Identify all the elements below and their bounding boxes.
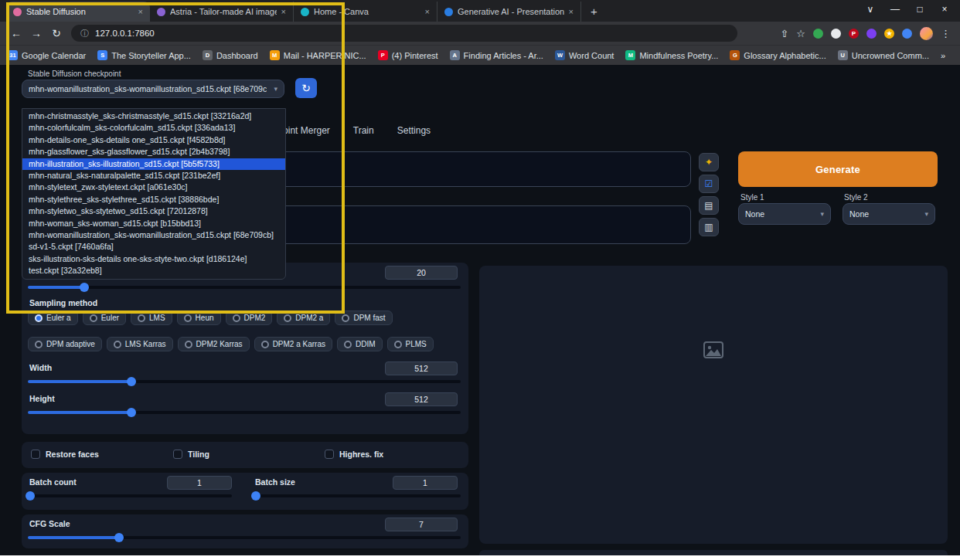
window-maximize-button[interactable]: □ bbox=[907, 0, 932, 20]
window-chevron-icon[interactable]: ∨ bbox=[858, 0, 883, 20]
forward-button[interactable]: → bbox=[26, 27, 46, 39]
kebab-menu-icon[interactable]: ⋮ bbox=[941, 28, 951, 39]
sampling-steps-value[interactable]: 20 bbox=[385, 266, 458, 280]
slider-handle[interactable] bbox=[80, 283, 89, 292]
extension-star-icon[interactable]: ★ bbox=[884, 29, 894, 39]
radio-euler[interactable]: Euler bbox=[83, 311, 126, 325]
restore-faces-checkbox[interactable] bbox=[31, 450, 40, 459]
new-tab-button[interactable]: + bbox=[581, 2, 607, 22]
reload-button[interactable]: ↻ bbox=[46, 27, 66, 39]
checkpoint-option[interactable]: mhn-colorfulcalm_sks-colorfulcalm_sd15.c… bbox=[22, 122, 285, 134]
extension-window-icon[interactable] bbox=[902, 29, 912, 39]
radio-dpm2[interactable]: DPM2 bbox=[226, 311, 273, 325]
paste-button[interactable]: ▥ bbox=[699, 218, 719, 236]
checkpoint-option[interactable]: test.ckpt [32a32eb8] bbox=[22, 265, 285, 277]
checkpoint-option[interactable]: mhn-styletext_zwx-styletext.ckpt [a061e3… bbox=[22, 182, 285, 193]
extension-purple-icon[interactable] bbox=[866, 29, 877, 39]
browser-tab-stable-diffusion[interactable]: Stable Diffusion × bbox=[6, 2, 150, 22]
radio-dpm-fast[interactable]: DPM fast bbox=[335, 311, 392, 325]
radio-dpm2-a-karras[interactable]: DPM2 a Karras bbox=[254, 337, 332, 351]
tab-settings[interactable]: Settings bbox=[397, 125, 431, 136]
checkpoint-option[interactable]: mhn-styletwo_sks-stytetwo_sd15.ckpt [720… bbox=[22, 205, 285, 217]
restore-faces-option[interactable]: Restore faces bbox=[31, 450, 99, 459]
extension-image-icon[interactable] bbox=[831, 29, 841, 39]
bookmarks-overflow-chevron[interactable]: » bbox=[941, 51, 945, 60]
bookmark-finding-articles[interactable]: AFinding Articles - Ar... bbox=[450, 50, 543, 60]
extension-green-icon[interactable] bbox=[813, 29, 823, 39]
checkpoint-option[interactable]: mhn-details-one_sks-details one_sd15.ckp… bbox=[22, 134, 285, 146]
tiling-checkbox[interactable] bbox=[173, 450, 182, 459]
bookmark-star-icon[interactable]: ☆ bbox=[796, 28, 805, 39]
bookmark-storyteller[interactable]: SThe Storyteller App... bbox=[97, 50, 191, 60]
style2-select[interactable]: None ▾ bbox=[843, 203, 935, 225]
bookmark-google-calendar[interactable]: 31Google Calendar bbox=[8, 50, 86, 60]
site-info-icon[interactable]: ⓘ bbox=[80, 28, 89, 39]
bookmark-glossary[interactable]: GGlossary Alphabetic... bbox=[730, 50, 826, 60]
extension-pinterest-icon[interactable]: P bbox=[849, 29, 859, 39]
cfg-scale-slider[interactable] bbox=[28, 536, 461, 539]
radio-ddim[interactable]: DDIM bbox=[337, 337, 383, 351]
tiling-option[interactable]: Tiling bbox=[173, 450, 209, 459]
height-slider[interactable] bbox=[28, 411, 461, 414]
radio-euler-a[interactable]: Euler a bbox=[28, 311, 78, 325]
save-style-button[interactable]: ▤ bbox=[699, 196, 719, 215]
generate-button[interactable]: Generate bbox=[738, 151, 938, 187]
window-close-button[interactable]: × bbox=[932, 0, 957, 20]
address-bar[interactable]: ⓘ 127.0.0.1:7860 bbox=[71, 25, 737, 42]
slider-handle[interactable] bbox=[251, 491, 260, 501]
apply-style-button[interactable]: ☑ bbox=[699, 175, 719, 193]
checkpoint-option[interactable]: sd-v1-5.ckpt [7460a6fa] bbox=[22, 241, 285, 253]
bookmark-mindfulness[interactable]: MMindfulness Poetry... bbox=[625, 50, 718, 60]
checkpoint-option[interactable]: mhn-natural_sks-naturalpalette_sd15.ckpt… bbox=[22, 170, 285, 182]
checkpoint-option[interactable]: mhn-womanillustration_sks-womanillustrat… bbox=[22, 229, 285, 241]
radio-lms-karras[interactable]: LMS Karras bbox=[107, 337, 173, 351]
bookmark-pinterest[interactable]: P(4) Pinterest bbox=[378, 50, 438, 60]
checkpoint-option[interactable]: sks-illustration-sks-details one-sks-sty… bbox=[22, 253, 285, 265]
slider-handle[interactable] bbox=[26, 491, 35, 501]
height-value[interactable]: 512 bbox=[385, 392, 458, 406]
width-slider[interactable] bbox=[28, 380, 461, 383]
tab-close-icon[interactable]: × bbox=[281, 7, 286, 16]
highres-fix-option[interactable]: Highres. fix bbox=[325, 450, 383, 459]
style1-select[interactable]: None ▾ bbox=[738, 203, 831, 225]
browser-tab-canva[interactable]: Home - Canva × bbox=[294, 2, 437, 22]
bookmark-mail[interactable]: MMail - HARPER NIC... bbox=[270, 50, 366, 60]
checkpoint-option[interactable]: mhn-woman_sks-woman_sd15.ckpt [b15bbd13] bbox=[22, 218, 285, 229]
tab-train[interactable]: Train bbox=[353, 125, 374, 136]
batch-count-value[interactable]: 1 bbox=[167, 476, 232, 490]
bookmark-dashboard[interactable]: DDashboard bbox=[203, 50, 258, 60]
refresh-checkpoints-button[interactable]: ↻ bbox=[295, 78, 317, 98]
checkpoint-option[interactable]: mhn-stylethree_sks-stylethree_sd15.ckpt … bbox=[22, 194, 285, 205]
tab-close-icon[interactable]: × bbox=[569, 7, 574, 16]
radio-dpm2-karras[interactable]: DPM2 Karras bbox=[178, 337, 250, 351]
slider-handle[interactable] bbox=[114, 533, 124, 542]
slider-handle[interactable] bbox=[127, 377, 136, 386]
sampling-steps-slider[interactable] bbox=[28, 286, 461, 289]
highres-fix-checkbox[interactable] bbox=[325, 450, 334, 459]
radio-plms[interactable]: PLMS bbox=[387, 337, 434, 351]
browser-tab-generative-ai[interactable]: Generative AI - Presentation × bbox=[437, 2, 581, 22]
radio-dpm-adaptive[interactable]: DPM adaptive bbox=[28, 337, 102, 351]
bookmark-uncrowned[interactable]: UUncrowned Comm... bbox=[838, 50, 929, 60]
slider-handle[interactable] bbox=[127, 408, 136, 417]
batch-size-slider[interactable] bbox=[254, 494, 461, 497]
checkpoint-option[interactable]: mhn-christmasstyle_sks-christmasstyle_sd… bbox=[22, 110, 285, 122]
radio-dpm2-a[interactable]: DPM2 a bbox=[277, 311, 330, 325]
width-value[interactable]: 512 bbox=[385, 361, 458, 375]
cfg-scale-value[interactable]: 7 bbox=[385, 518, 458, 531]
profile-avatar[interactable] bbox=[920, 27, 933, 40]
back-button[interactable]: ← bbox=[6, 27, 26, 39]
share-icon[interactable]: ⇧ bbox=[780, 28, 788, 39]
browser-tab-astria[interactable]: Astria - Tailor-made AI image ge × bbox=[150, 2, 294, 22]
radio-lms[interactable]: LMS bbox=[131, 311, 172, 325]
checkpoint-select[interactable]: mhn-womanillustration_sks-womanillustrat… bbox=[22, 80, 284, 98]
batch-count-slider[interactable] bbox=[28, 494, 232, 497]
checkpoint-option-highlighted[interactable]: mhn-illustration_sks-illustration_sd15.c… bbox=[22, 158, 285, 170]
batch-size-value[interactable]: 1 bbox=[393, 476, 458, 490]
palette-button[interactable]: ✦ bbox=[699, 153, 719, 171]
checkpoint-option[interactable]: mhn-glassflower_sks-glassflower_sd15.ckp… bbox=[22, 146, 285, 158]
radio-heun[interactable]: Heun bbox=[177, 311, 221, 325]
bookmark-word-count[interactable]: WWord Count bbox=[555, 50, 614, 60]
window-minimize-button[interactable]: — bbox=[883, 0, 907, 20]
tab-close-icon[interactable]: × bbox=[425, 7, 430, 16]
